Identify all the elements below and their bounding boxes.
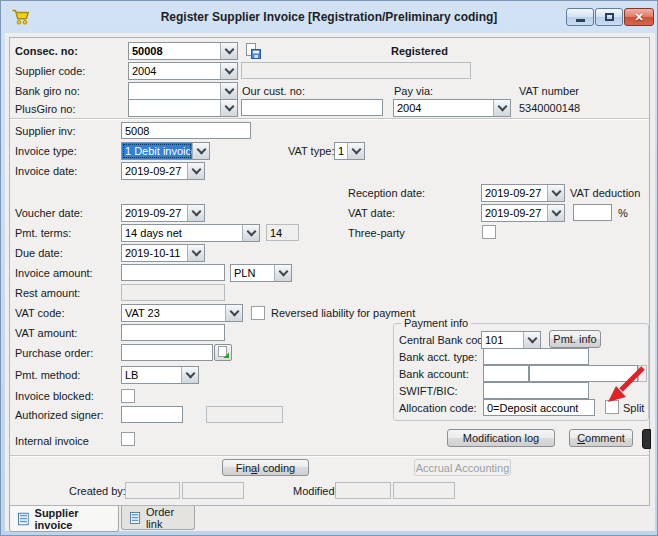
vat-type-combo[interactable]: 1: [334, 142, 365, 160]
supplier-code-combo[interactable]: 2004: [128, 62, 238, 80]
invoice-date-dropdown-button[interactable]: [187, 163, 204, 179]
allocation-code-field[interactable]: [483, 399, 595, 416]
chevron-down-icon: [224, 65, 234, 75]
bank-account-field[interactable]: [529, 365, 638, 382]
due-date-label: Due date:: [15, 247, 63, 259]
maximize-button[interactable]: [595, 8, 623, 26]
bank-account-prefix-field[interactable]: [483, 365, 529, 382]
pmt-method-dropdown-button[interactable]: [181, 367, 198, 383]
vat-type-label: VAT type:: [288, 145, 334, 157]
supplier-name-field: [241, 62, 471, 79]
chevron-down-icon: [196, 145, 206, 155]
title-bar[interactable]: Register Supplier Invoice [Registration/…: [1, 1, 657, 33]
minimize-button[interactable]: [566, 8, 594, 26]
vat-number-value: 5340000148: [519, 102, 580, 114]
reception-date-label: Reception date:: [348, 187, 425, 199]
swift-bic-field[interactable]: [483, 382, 589, 399]
central-bank-code-combo[interactable]: 101: [481, 331, 541, 349]
central-bank-code-value: 101: [482, 332, 523, 348]
vat-number-label: VAT number: [519, 85, 579, 97]
modification-log-button[interactable]: Modification log: [447, 429, 555, 447]
due-date-dropdown-button[interactable]: [187, 245, 204, 261]
tab-supplier-invoice-label: Supplier invoice: [35, 507, 110, 531]
rest-amount-field: [121, 284, 225, 301]
footer-divider: [10, 455, 649, 457]
three-party-checkbox[interactable]: [482, 225, 496, 239]
purchase-order-lookup-button[interactable]: [214, 344, 232, 361]
created-by-label: Created by:: [69, 485, 126, 497]
document-list-icon: [130, 511, 141, 525]
our-cust-no-field[interactable]: [241, 99, 383, 116]
supplier-inv-label: Supplier inv:: [15, 125, 76, 137]
currency-dropdown-button[interactable]: [274, 265, 291, 281]
tab-order-link[interactable]: Order link: [121, 506, 195, 530]
bank-acct-type-field[interactable]: [483, 348, 589, 365]
reception-date-value: 2019-09-27: [482, 185, 547, 201]
bank-giro-combo[interactable]: [128, 82, 238, 100]
pmt-terms-combo[interactable]: 14 days net: [121, 224, 260, 242]
pmt-method-value: LB: [122, 367, 181, 383]
purchase-order-label: Purchase order:: [15, 347, 93, 359]
voucher-date-value: 2019-09-27: [122, 205, 187, 221]
vat-date-dropdown-button[interactable]: [547, 205, 564, 221]
currency-combo[interactable]: PLN: [230, 264, 292, 282]
invoice-amount-field[interactable]: [121, 264, 225, 281]
invoice-blocked-checkbox[interactable]: [121, 389, 135, 403]
due-date-combo[interactable]: 2019-10-11: [121, 244, 205, 262]
pmt-method-combo[interactable]: LB: [121, 366, 199, 384]
reception-date-dropdown-button[interactable]: [547, 185, 564, 201]
consec-no-combo[interactable]: 50008: [128, 42, 238, 60]
supplier-inv-field[interactable]: [121, 122, 251, 139]
vat-deduction-pct-field[interactable]: [573, 204, 612, 221]
supplier-code-dropdown-button[interactable]: [220, 63, 237, 79]
vat-type-dropdown-button[interactable]: [347, 143, 364, 159]
pmt-info-button[interactable]: Pmt. info: [549, 330, 601, 348]
voucher-date-dropdown-button[interactable]: [187, 205, 204, 221]
split-checkbox[interactable]: [605, 400, 619, 414]
authorized-signer-name-field: [206, 406, 283, 423]
invoice-type-label: Invoice type:: [15, 145, 77, 157]
invoice-blocked-label: Invoice blocked:: [15, 390, 94, 402]
internal-invoice-label: Internal invoice: [15, 435, 89, 447]
internal-invoice-checkbox[interactable]: [121, 432, 135, 446]
invoice-date-combo[interactable]: 2019-09-27: [121, 162, 205, 180]
invoice-type-combo[interactable]: 1 Debit invoice: [121, 142, 210, 160]
our-cust-no-label: Our cust. no:: [242, 85, 305, 97]
authorized-signer-field[interactable]: [121, 406, 183, 423]
comment-button[interactable]: Comment: [569, 429, 633, 447]
bank-giro-dropdown-button[interactable]: [220, 83, 237, 99]
vat-date-value: 2019-09-27: [482, 205, 547, 221]
invoice-amount-label: Invoice amount:: [15, 267, 93, 279]
chevron-down-icon: [185, 369, 195, 379]
final-coding-button[interactable]: Final coding: [222, 459, 309, 476]
modified-user-field: [335, 482, 391, 499]
purchase-order-field[interactable]: [121, 344, 213, 361]
vat-code-combo[interactable]: VAT 23: [121, 304, 243, 322]
voucher-date-combo[interactable]: 2019-09-27: [121, 204, 205, 222]
reception-date-combo[interactable]: 2019-09-27: [481, 184, 565, 202]
vat-code-dropdown-button[interactable]: [225, 305, 242, 321]
plusgiro-dropdown-button[interactable]: [220, 100, 237, 116]
consec-no-dropdown-button[interactable]: [220, 43, 237, 59]
currency-value: PLN: [231, 265, 274, 281]
tab-supplier-invoice[interactable]: Supplier invoice: [9, 506, 119, 532]
plusgiro-combo[interactable]: [128, 99, 238, 117]
pay-via-dropdown-button[interactable]: [493, 100, 510, 116]
rest-amount-label: Rest amount:: [15, 287, 80, 299]
invoice-type-dropdown-button[interactable]: [192, 143, 209, 159]
three-party-label: Three-party: [348, 227, 405, 239]
pmt-terms-dropdown-button[interactable]: [242, 225, 259, 241]
central-bank-code-dropdown-button[interactable]: [523, 332, 540, 348]
partial-button[interactable]: [642, 429, 651, 449]
pay-via-combo[interactable]: 2004: [393, 99, 511, 117]
close-button[interactable]: ✕: [624, 8, 654, 26]
vat-date-combo[interactable]: 2019-09-27: [481, 204, 565, 222]
supplier-code-value: 2004: [129, 63, 220, 79]
copy-save-icon[interactable]: [243, 42, 262, 60]
authorized-signer-label: Authorized signer:: [15, 409, 104, 421]
chevron-down-icon: [527, 334, 537, 344]
reversed-liability-checkbox[interactable]: [251, 306, 265, 320]
created-by-date-field: [182, 482, 244, 499]
vat-amount-field[interactable]: [121, 324, 225, 341]
maximize-icon: [605, 13, 614, 21]
